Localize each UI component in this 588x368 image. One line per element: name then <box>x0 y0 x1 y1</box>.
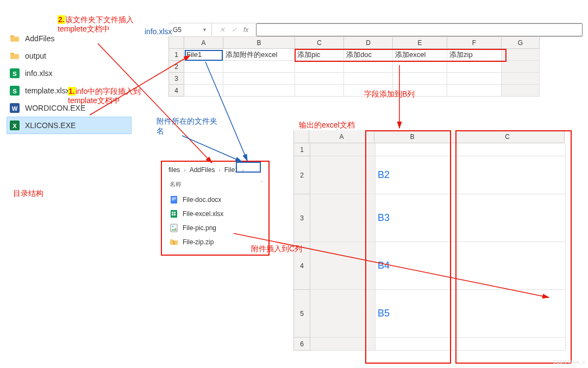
cell[interactable] <box>393 61 447 73</box>
row-header[interactable]: 1 <box>169 49 184 61</box>
col-header[interactable]: A <box>184 37 223 49</box>
name-box-value: G5 <box>173 26 182 34</box>
row-header[interactable]: 2 <box>169 61 184 73</box>
cell[interactable] <box>376 143 452 156</box>
cell[interactable] <box>393 73 447 85</box>
cell[interactable]: 添加pic <box>295 49 344 61</box>
cell[interactable] <box>452 290 566 338</box>
cell[interactable]: B4 <box>376 242 452 290</box>
row-header[interactable]: 1 <box>294 143 310 156</box>
cell[interactable] <box>184 73 223 85</box>
cell[interactable] <box>452 242 566 290</box>
col-header[interactable]: C <box>295 37 344 49</box>
chevron-right-icon: › <box>182 167 187 173</box>
file-item[interactable]: File-excel.xlsx <box>166 207 264 221</box>
cell[interactable] <box>447 61 502 73</box>
file-item-output[interactable]: output <box>7 47 132 65</box>
cell[interactable] <box>310 242 376 290</box>
cell[interactable]: 添加zip <box>447 49 502 61</box>
row-header[interactable]: 2 <box>294 156 310 194</box>
col-header[interactable]: F <box>447 37 502 49</box>
cell[interactable]: 添加附件的excel <box>223 49 295 61</box>
cell[interactable]: File1 <box>184 49 223 61</box>
grid-row: 2 <box>169 61 583 73</box>
svg-rect-16 <box>174 214 176 215</box>
cell[interactable]: B2 <box>376 156 452 194</box>
file-item-label: XLICONS.EXE <box>25 121 76 130</box>
fx-icon[interactable]: fx <box>243 26 248 34</box>
cell[interactable] <box>502 73 540 85</box>
col-header[interactable]: G <box>502 37 540 49</box>
row-header[interactable]: 5 <box>294 290 310 338</box>
file-item[interactable]: File-pic.png <box>166 221 264 235</box>
breadcrumb-item[interactable]: File1 <box>222 166 241 174</box>
formula-input[interactable] <box>256 23 583 36</box>
confirm-icon[interactable]: ✓ <box>232 26 237 34</box>
row-header[interactable]: 3 <box>294 194 310 242</box>
svg-text:X: X <box>12 123 17 129</box>
wps-sheet-icon: S <box>10 86 20 96</box>
cell[interactable]: 添加excel <box>393 49 447 61</box>
cell[interactable] <box>295 61 344 73</box>
cell[interactable] <box>310 194 376 242</box>
zip-icon <box>170 238 178 246</box>
cell[interactable] <box>452 338 566 351</box>
svg-text:W: W <box>12 105 18 112</box>
cell[interactable] <box>310 143 376 156</box>
grid-row: 3 <box>169 73 583 85</box>
grid-output[interactable]: A B C 12B23B34B45B56 <box>293 130 566 351</box>
col-header[interactable]: C <box>451 130 565 143</box>
col-header[interactable]: D <box>344 37 393 49</box>
cell[interactable] <box>295 85 344 97</box>
name-box[interactable]: G5 ▼ <box>168 23 212 36</box>
cell[interactable] <box>344 73 393 85</box>
annotation: 1.info中的字段插入到template文档中 <box>68 87 152 105</box>
cell[interactable] <box>452 194 566 242</box>
row-header[interactable]: 6 <box>294 338 310 351</box>
cell[interactable]: 添加doc <box>344 49 393 61</box>
breadcrumb-item[interactable]: files <box>166 166 182 174</box>
select-all-corner[interactable] <box>294 130 309 143</box>
row-header[interactable]: 4 <box>169 85 184 97</box>
row-header[interactable]: 3 <box>169 73 184 85</box>
col-header[interactable]: B <box>223 37 295 49</box>
cell[interactable] <box>310 290 376 338</box>
cell[interactable] <box>502 85 540 97</box>
cancel-icon[interactable]: ✕ <box>220 26 225 34</box>
svg-rect-11 <box>172 200 174 200</box>
cell[interactable]: B5 <box>376 290 452 338</box>
folder-column-header[interactable]: 名称⌃ <box>166 178 264 193</box>
folder-window: files › AddFiles › File1 › 名称⌃ File-doc.… <box>161 161 270 256</box>
select-all-corner[interactable] <box>169 37 184 49</box>
cell[interactable] <box>344 61 393 73</box>
grid-row: 1 <box>294 143 566 156</box>
file-item[interactable]: File-zip.zip <box>166 235 264 249</box>
cell[interactable] <box>223 85 295 97</box>
col-header[interactable]: A <box>309 130 374 143</box>
grid-row: 1File1添加附件的excel添加pic添加doc添加excel添加zip <box>169 49 583 61</box>
cell[interactable] <box>452 143 566 156</box>
cell[interactable] <box>223 73 295 85</box>
cell[interactable] <box>452 156 566 194</box>
cell[interactable] <box>295 73 344 85</box>
cell[interactable] <box>447 73 502 85</box>
cell[interactable] <box>310 338 376 351</box>
col-header[interactable]: B <box>374 130 451 143</box>
cell[interactable] <box>310 156 376 194</box>
cell[interactable] <box>184 85 223 97</box>
file-item-label: output <box>25 52 46 60</box>
cell[interactable] <box>502 49 540 61</box>
cell[interactable] <box>223 61 295 73</box>
cell[interactable] <box>447 85 502 97</box>
file-item[interactable]: File-doc.docx <box>166 193 264 207</box>
file-item-xlicons[interactable]: X XLICONS.EXE <box>7 117 132 134</box>
cell[interactable]: B3 <box>376 194 452 242</box>
cell[interactable] <box>376 338 452 351</box>
file-item-info[interactable]: S info.xlsx <box>7 65 132 82</box>
docx-icon <box>170 195 178 204</box>
breadcrumb-item[interactable]: AddFiles <box>187 166 217 174</box>
grid-info[interactable]: A B C D E F G 1File1添加附件的excel添加pic添加doc… <box>168 37 583 97</box>
cell[interactable] <box>502 61 540 73</box>
col-header[interactable]: E <box>393 37 447 49</box>
cell[interactable] <box>184 61 223 73</box>
